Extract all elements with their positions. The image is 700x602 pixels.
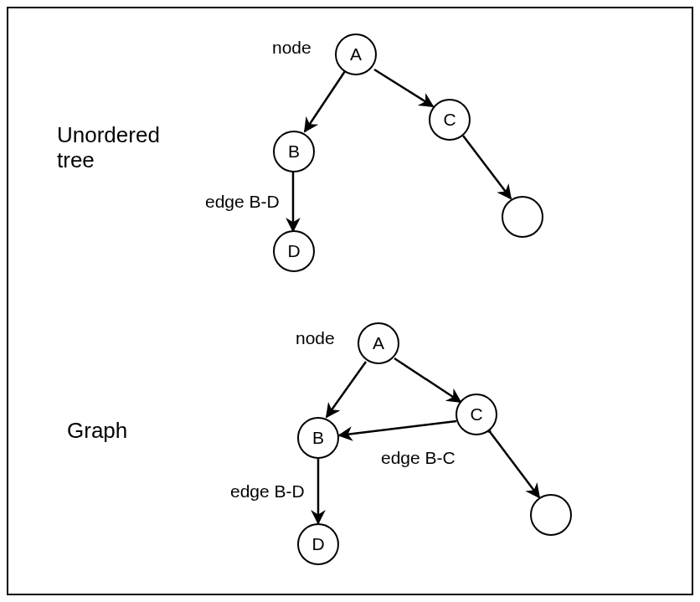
- tree-node-d: D: [273, 230, 315, 272]
- graph-node-d: D: [297, 523, 339, 565]
- tree-edge-bd-label: edge B-D: [205, 192, 280, 212]
- diagram-frame: [7, 7, 693, 595]
- graph-node-b: B: [297, 417, 339, 459]
- graph-node-d-label: D: [311, 534, 324, 554]
- tree-node-b: B: [273, 131, 315, 172]
- graph-node-blank: [530, 494, 572, 536]
- graph-node-c: C: [456, 394, 497, 435]
- tree-node-c-label: C: [443, 110, 456, 130]
- graph-title: Graph: [67, 419, 127, 444]
- graph-edge-bd-label: edge B-D: [230, 481, 305, 502]
- tree-node-b-label: B: [288, 141, 300, 162]
- graph-node-a-label: A: [373, 333, 384, 353]
- tree-title: Unordered tree: [57, 123, 160, 173]
- tree-node-a-label: A: [350, 44, 362, 64]
- tree-node-d-label: D: [287, 241, 300, 261]
- tree-node-blank: [502, 196, 543, 238]
- graph-node-c-label: C: [470, 404, 482, 424]
- tree-node-label: node: [272, 38, 311, 58]
- graph-node-a: A: [358, 322, 399, 364]
- graph-edge-bc-label: edge B-C: [381, 448, 456, 468]
- tree-node-a: A: [335, 33, 377, 75]
- graph-node-label: node: [296, 328, 335, 348]
- graph-node-b-label: B: [312, 428, 324, 448]
- tree-node-c: C: [429, 99, 471, 141]
